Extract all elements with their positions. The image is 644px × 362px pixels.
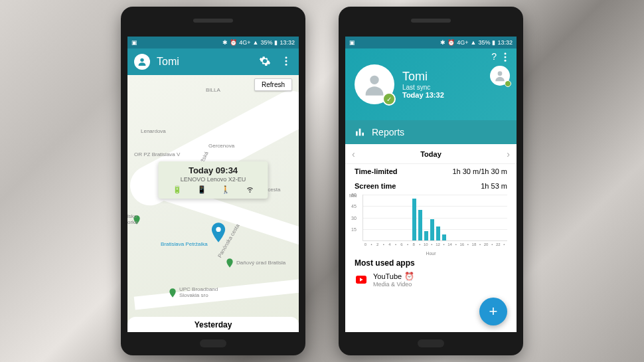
svg-point-4 xyxy=(216,227,220,232)
map[interactable]: Refresh BILLA Lenardova Gercenova OR PZ … xyxy=(127,75,299,332)
person-detail-icon: 🚶 xyxy=(221,185,230,195)
add-fab-button[interactable]: + xyxy=(479,298,507,325)
statusbar: ▣ ✱ ⏰ 4G+ ▲ 35% ▮ 13:32 xyxy=(127,37,299,48)
svg-point-8 xyxy=(370,76,378,84)
chart-bar xyxy=(412,199,416,240)
phone-frame-left: ▣ ✱ ⏰ 4G+ ▲ 35% ▮ 13:32 Tomi xyxy=(121,7,305,355)
chart-bar xyxy=(430,219,434,240)
statusbar: ▣ ✱ ⏰ 4G+ ▲ 35% ▮ 13:32 xyxy=(345,37,517,48)
reports-header[interactable]: Reports xyxy=(345,120,517,144)
person-icon xyxy=(137,56,147,67)
location-pin-icon[interactable] xyxy=(211,223,226,242)
check-badge-icon: ✓ xyxy=(382,92,396,106)
help-icon[interactable]: ? xyxy=(491,51,497,62)
clock-text: 13:32 xyxy=(280,39,295,46)
reports-title: Reports xyxy=(372,127,404,137)
profile-avatar[interactable] xyxy=(134,54,150,70)
alarm-icon: ⏰ xyxy=(230,39,237,46)
stat-key: Time-limited xyxy=(355,167,398,175)
alarm-icon: ⏰ xyxy=(447,39,455,46)
youtube-icon xyxy=(355,273,368,286)
date-nav: ‹ Today › xyxy=(345,144,517,164)
clock-text: 13:32 xyxy=(497,39,513,46)
street-gercenova: Gercenova xyxy=(208,143,234,149)
profile-name: Tomi xyxy=(402,70,444,84)
svg-point-6 xyxy=(505,56,507,58)
svg-point-5 xyxy=(505,52,507,54)
poi-billa: BILLA xyxy=(206,87,220,93)
watcher-avatar[interactable] xyxy=(490,66,510,86)
screen-time-chart: Min 15304560 0•2•4•6•8•10•12•14•16•18•20… xyxy=(345,193,517,254)
prev-day-button[interactable]: ‹ xyxy=(352,149,355,159)
settings-icon[interactable] xyxy=(259,55,271,69)
stat-key: Screen time xyxy=(355,182,396,190)
appbar-title: Tomi xyxy=(157,56,259,68)
bluetooth-icon: ✱ xyxy=(440,39,445,46)
chart-bar xyxy=(418,210,422,240)
svg-point-1 xyxy=(285,56,287,58)
battery-icon: ▮ xyxy=(274,39,278,46)
location-time: Today 09:34 xyxy=(165,165,262,175)
app-category: Media & Video xyxy=(373,281,414,288)
poi-police: OR PZ Bratislava V xyxy=(134,151,180,157)
more-icon[interactable] xyxy=(499,51,511,65)
refresh-button[interactable]: Refresh xyxy=(254,78,292,91)
sync-label: Last sync xyxy=(402,84,444,91)
stat-time-limited: Time-limited 1h 30 m/1h 30 m xyxy=(345,164,517,179)
chart-xlabel: Hour xyxy=(426,251,436,256)
chart-bar xyxy=(436,226,440,240)
alarm-badge-icon: ⏰ xyxy=(404,272,414,281)
reports-icon xyxy=(355,127,365,137)
sync-time: Today 13:32 xyxy=(402,91,444,99)
screen-right: ▣ ✱ ⏰ 4G+ ▲ 35% ▮ 13:32 ? ✓ Tomi Last sy… xyxy=(345,37,517,332)
date-label: Today xyxy=(420,150,442,158)
wifi-detail-icon xyxy=(246,185,254,195)
signal-icon: ▲ xyxy=(253,39,259,46)
stat-screen-time: Screen time 1h 53 m xyxy=(345,179,517,193)
person-icon xyxy=(493,69,507,82)
next-day-button[interactable]: › xyxy=(507,149,510,159)
most-used-apps-title: Most used apps xyxy=(345,254,517,270)
street-lenardova: Lenardova xyxy=(141,128,166,134)
chart-bar xyxy=(424,231,428,240)
poi-green-upc-icon xyxy=(167,288,178,298)
app-row-youtube[interactable]: YouTube ⏰ Media & Video xyxy=(345,270,517,289)
network-icon: 4G+ xyxy=(239,39,250,46)
svg-point-9 xyxy=(498,71,503,76)
signal-icon: ▲ xyxy=(471,39,477,46)
appbar: Tomi xyxy=(127,48,299,75)
svg-point-3 xyxy=(285,63,287,65)
svg-point-7 xyxy=(505,60,507,62)
check-badge-icon xyxy=(505,80,511,87)
stat-value: 1h 53 m xyxy=(481,182,507,190)
screen-left: ▣ ✱ ⏰ 4G+ ▲ 35% ▮ 13:32 Tomi xyxy=(127,37,299,332)
location-balloon[interactable]: Today 09:34 LENOVO Lenovo X2-EU 🔋 📱 🚶 xyxy=(159,161,268,199)
bluetooth-icon: ✱ xyxy=(222,39,228,46)
battery-text: 35% xyxy=(478,39,490,46)
more-icon[interactable] xyxy=(280,55,292,69)
battery-detail-icon: 🔋 xyxy=(173,185,182,195)
location-device: LENOVO Lenovo X2-EU xyxy=(165,176,262,183)
battery-icon: ▮ xyxy=(492,39,495,46)
svg-point-0 xyxy=(140,58,143,62)
app-name: YouTube xyxy=(373,272,402,280)
device-detail-icon: 📱 xyxy=(197,185,206,195)
stat-value: 1h 30 m/1h 30 m xyxy=(452,167,507,175)
poi-tax: Daňový úrad Bratisla xyxy=(236,260,285,266)
poi-station: Bratislava Petržalka xyxy=(161,241,208,247)
phone-frame-right: ▣ ✱ ⏰ 4G+ ▲ 35% ▮ 13:32 ? ✓ Tomi Last sy… xyxy=(339,7,523,355)
svg-rect-11 xyxy=(359,129,361,136)
svg-point-2 xyxy=(285,60,287,62)
date-yesterday-tab[interactable]: Yesterday xyxy=(127,317,299,332)
notification-icon: ▣ xyxy=(349,39,355,46)
svg-rect-10 xyxy=(356,132,358,136)
profile-avatar[interactable]: ✓ xyxy=(355,64,394,104)
profile-header: ? ✓ Tomi Last sync Today 13:32 xyxy=(345,48,517,120)
notification-icon: ▣ xyxy=(131,39,137,46)
poi-green-tax-icon xyxy=(224,258,235,268)
yesterday-label: Yesterday xyxy=(195,320,232,329)
svg-rect-12 xyxy=(362,133,364,136)
poi-upc: UPC Broadband Slovakia sro xyxy=(179,286,218,298)
poi-isko: isko orka xyxy=(127,213,138,225)
chart-bar xyxy=(442,234,446,240)
